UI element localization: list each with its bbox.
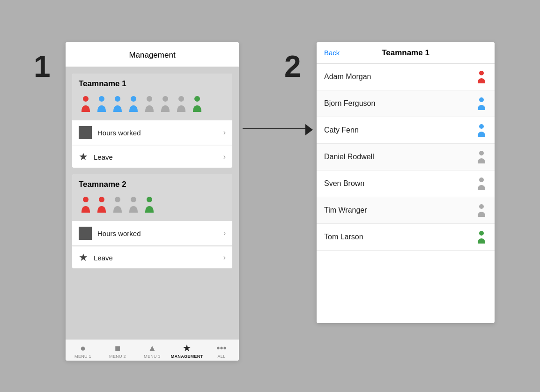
chevron-icon-2: ›: [223, 153, 226, 161]
svg-point-5: [163, 96, 168, 102]
step2-number: 2: [284, 52, 301, 81]
team2-menu: Hours worked › ★ Leave ›: [72, 221, 232, 268]
pawn-gray-t2-1: [111, 196, 125, 213]
team2-name: Teamname 2: [79, 180, 226, 189]
team1-leave-label: Leave: [94, 153, 223, 161]
pawn-gray-t2-2: [126, 196, 141, 213]
svg-point-6: [178, 96, 184, 102]
screen1-content: Teamname 1: [66, 67, 239, 339]
dots-icon: •••: [216, 343, 226, 353]
member-row-tim[interactable]: Tim Wranger: [317, 197, 495, 224]
square-icon: ■: [115, 343, 120, 353]
member-row-caty[interactable]: Caty Fenn: [317, 117, 495, 144]
pawn-tom: [476, 230, 487, 244]
tab-menu2-label: MENU 2: [109, 354, 126, 359]
svg-point-8: [83, 197, 89, 202]
member-name-daniel: Daniel Rodwell: [324, 153, 476, 161]
svg-point-7: [194, 96, 200, 102]
pawn-red-t2-1: [79, 196, 93, 213]
pawn-gray-2: [158, 95, 172, 112]
screen2-header: Back Teamname 1: [317, 42, 495, 64]
svg-point-15: [479, 124, 484, 129]
svg-point-17: [479, 178, 484, 182]
pawn-adam: [476, 70, 487, 83]
team2-hours-worked[interactable]: Hours worked ›: [72, 221, 232, 246]
member-row-tom[interactable]: Tom Larson: [317, 224, 495, 251]
tab-menu2[interactable]: ■ MENU 2: [100, 343, 135, 359]
pawn-blue-2: [111, 95, 125, 112]
team2-leave[interactable]: ★ Leave ›: [72, 247, 232, 268]
svg-point-4: [147, 96, 152, 102]
svg-point-2: [115, 96, 120, 102]
member-row-sven[interactable]: Sven Brown: [317, 170, 495, 197]
svg-point-18: [479, 204, 484, 209]
tab-menu1-label: MENU 1: [74, 354, 91, 359]
pawn-green-t2-1: [142, 196, 156, 213]
tab-menu3-label: MENU 3: [144, 354, 161, 359]
svg-point-14: [479, 97, 484, 102]
team-card-1: Teamname 1: [72, 74, 232, 168]
svg-point-16: [479, 151, 484, 155]
pawn-daniel: [476, 150, 487, 163]
star-icon: ★: [183, 343, 191, 353]
tab-management[interactable]: ★ MANAGEMENT: [170, 343, 204, 359]
member-name-bjorn: Bjorn Ferguson: [324, 99, 476, 108]
circle-icon: ●: [80, 343, 86, 353]
team1-leave[interactable]: ★ Leave ›: [72, 146, 232, 168]
svg-point-3: [131, 96, 136, 102]
member-row-bjorn[interactable]: Bjorn Ferguson: [317, 90, 495, 117]
team2-leave-label: Leave: [94, 254, 223, 262]
team1-name: Teamname 1: [79, 79, 226, 89]
pawn-red-1: [79, 95, 93, 112]
screen1-title: Management: [129, 51, 175, 59]
tab-all-label: ALL: [218, 354, 226, 359]
team2-hours-label: Hours worked: [97, 229, 223, 237]
pawn-green-1: [190, 95, 204, 112]
team1-menu: Hours worked › ★ Leave ›: [72, 120, 232, 168]
svg-point-0: [83, 96, 89, 102]
member-row-daniel[interactable]: Daniel Rodwell: [317, 144, 495, 170]
screen1-header: Management: [66, 42, 239, 67]
screen1: Management Teamname 1: [66, 42, 239, 361]
tab-menu1[interactable]: ● MENU 1: [66, 343, 100, 359]
svg-point-12: [147, 197, 152, 202]
member-name-tim: Tim Wranger: [324, 206, 476, 214]
team2-avatars: [79, 194, 226, 216]
pawn-sven: [476, 177, 487, 190]
hours-icon-2: [79, 227, 92, 240]
screen2-title: Teamname 1: [382, 48, 429, 58]
back-button[interactable]: Back: [324, 49, 340, 57]
member-list: Adam Morgan Bjorn Ferguson Caty Fenn D: [317, 64, 495, 323]
leave-star-icon-1: ★: [79, 152, 88, 162]
team2-header: Teamname 2: [72, 174, 232, 221]
tab-all[interactable]: ••• ALL: [204, 343, 239, 359]
triangle-icon: ▲: [148, 343, 157, 353]
svg-point-19: [479, 231, 484, 236]
svg-point-9: [99, 197, 104, 202]
leave-star-icon-2: ★: [79, 252, 88, 263]
member-name-caty: Caty Fenn: [324, 126, 476, 134]
hours-icon-1: [79, 126, 92, 139]
pawn-gray-3: [174, 95, 188, 112]
tab-menu3[interactable]: ▲ MENU 3: [135, 343, 170, 359]
member-row-adam[interactable]: Adam Morgan: [317, 64, 495, 90]
pawn-bjorn: [476, 97, 487, 110]
svg-point-1: [99, 96, 104, 102]
pawn-caty: [476, 124, 487, 137]
svg-point-13: [479, 71, 484, 75]
chevron-icon-4: ›: [223, 253, 226, 262]
pawn-blue-1: [95, 95, 109, 112]
team1-hours-worked[interactable]: Hours worked ›: [72, 120, 232, 145]
transition-arrow: [243, 122, 313, 136]
team1-hours-label: Hours worked: [97, 129, 223, 137]
member-name-sven: Sven Brown: [324, 179, 476, 188]
pawn-tim: [476, 204, 487, 217]
team1-avatars: [79, 93, 226, 116]
tab-bar: ● MENU 1 ■ MENU 2 ▲ MENU 3 ★ MANAGEMENT …: [66, 339, 239, 361]
screen2: Back Teamname 1 Adam Morgan Bjorn Fergus…: [317, 42, 495, 323]
tab-management-label: MANAGEMENT: [171, 354, 203, 359]
team1-header: Teamname 1: [72, 74, 232, 120]
team-card-2: Teamname 2: [72, 174, 232, 268]
chevron-icon-3: ›: [223, 229, 226, 237]
pawn-gray-1: [142, 95, 156, 112]
